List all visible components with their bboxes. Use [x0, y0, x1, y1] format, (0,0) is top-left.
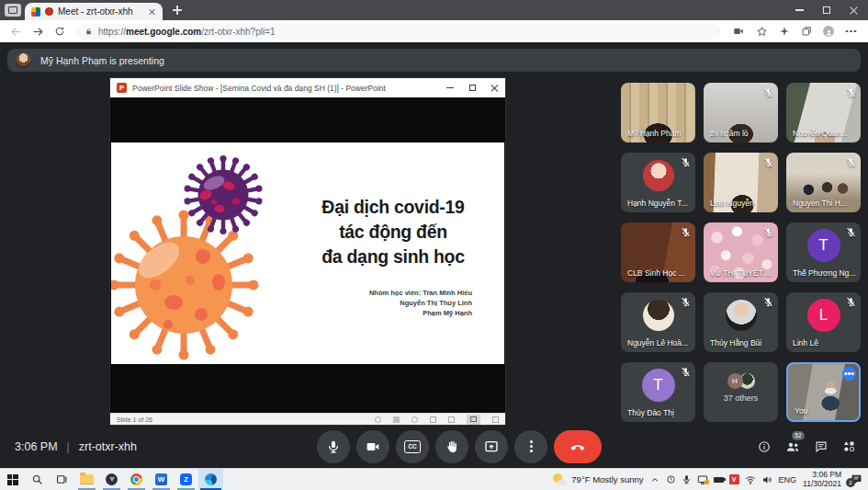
chat-icon[interactable] [815, 440, 828, 453]
participant-name: You [795, 406, 854, 416]
people-panel-button[interactable]: 52 [785, 439, 800, 454]
participant-tile[interactable]: L Linh Lê [786, 292, 861, 352]
clock-app-icon[interactable] [666, 474, 676, 484]
slideshow-next-icon[interactable] [411, 416, 418, 423]
participant-tile[interactable]: Nguyen Thi H... [786, 153, 861, 212]
taskbar-search-button[interactable] [25, 469, 50, 490]
close-icon [490, 84, 499, 92]
notification-count-badge: 2 [846, 478, 855, 487]
participant-tile[interactable]: T Thùy Đào Thị [621, 362, 695, 422]
microphone-button[interactable] [317, 430, 350, 463]
new-tab-button[interactable] [173, 6, 182, 15]
window-maximize-button[interactable] [813, 0, 840, 20]
camera-in-use-icon[interactable] [732, 26, 745, 37]
favorites-star-icon[interactable] [756, 26, 768, 38]
edge-button[interactable] [198, 469, 223, 490]
slideshow-pen-icon[interactable] [393, 416, 400, 423]
participant-tile[interactable]: Linh Nguyễn [704, 153, 778, 212]
presenting-display-icon[interactable] [697, 474, 708, 485]
weather-icon [553, 473, 567, 485]
slideshow-prev-icon[interactable] [375, 416, 381, 423]
participant-name: Thúy Hằng Bùi [710, 338, 773, 348]
network-icon[interactable] [745, 474, 756, 485]
participant-tile[interactable]: CLB Sinh Học ... [621, 222, 695, 282]
collections-icon[interactable] [801, 26, 812, 37]
windows-taskbar: W Z 79°F Mostly sunny V ENG 3:06 PM [0, 468, 868, 490]
tab-actions-button[interactable] [5, 4, 21, 17]
mic-off-icon [763, 297, 773, 307]
participant-letter-avatar: T [807, 229, 840, 262]
address-bar[interactable]: https://meet.google.com/zrt-otxr-xhh?pli… [76, 24, 721, 40]
slideshow-display-icon[interactable] [492, 416, 499, 423]
more-options-button[interactable] [514, 430, 547, 463]
forward-icon[interactable] [32, 26, 44, 38]
self-view-tile[interactable]: You [786, 362, 861, 422]
activities-icon[interactable] [842, 439, 856, 453]
window-minimize-button[interactable] [785, 0, 813, 20]
volume-icon[interactable] [761, 474, 772, 485]
close-tab-icon[interactable] [149, 8, 156, 16]
participant-tile[interactable]: VŨ THỊ TUYẾT ... [704, 222, 778, 282]
slide-number-status: Slide 1 of 26 [117, 416, 152, 423]
leave-call-button[interactable] [554, 430, 602, 463]
browser-tab-strip: Meet - zrt-otxr-xhh [0, 0, 868, 20]
task-view-button[interactable] [50, 469, 74, 490]
people-icon [785, 439, 800, 454]
participant-tile[interactable]: Nguyễn Lê Hoà... [621, 292, 695, 352]
participant-tile[interactable]: thị ngâm lò [704, 83, 778, 142]
participant-name: CLB Sinh Học ... [627, 268, 691, 278]
meeting-details-icon[interactable] [758, 440, 771, 453]
mic-in-use-icon[interactable] [682, 474, 692, 484]
participant-letter-avatar: T [642, 369, 675, 402]
present-button[interactable] [475, 430, 508, 463]
folder-icon [80, 474, 94, 484]
chrome-button[interactable] [124, 469, 149, 490]
participant-tile[interactable]: T Thế Phương Ng... [786, 222, 861, 282]
participant-tile[interactable]: Thúy Hằng Bùi [704, 292, 778, 352]
slideshow-view-icon[interactable] [467, 415, 480, 425]
browser-essentials-icon[interactable] [779, 26, 790, 37]
battery-icon[interactable] [714, 477, 724, 483]
tile-options-button[interactable] [842, 367, 856, 381]
window-close-button[interactable] [840, 0, 868, 20]
slideshow-notes-icon[interactable] [430, 416, 436, 423]
screen: Meet - zrt-otxr-xhh https://meet.google.… [0, 0, 868, 490]
slideshow-grid-icon[interactable] [448, 416, 455, 423]
profile-avatar[interactable] [823, 26, 834, 37]
raise-hand-button[interactable] [435, 430, 468, 463]
participant-tile[interactable]: Hạnh Nguyễn T... [621, 153, 695, 212]
ppt-minimize-button[interactable] [439, 78, 461, 97]
participant-name: VŨ THỊ TUYẾT ... [710, 268, 773, 278]
browser-tab[interactable]: Meet - zrt-otxr-xhh [25, 3, 163, 20]
participant-tile[interactable]: Nguyễn Quan... [786, 83, 861, 142]
participant-tile[interactable]: Mỹ Hạnh Phạm [621, 83, 695, 142]
file-explorer-button[interactable] [74, 469, 99, 490]
word-button[interactable]: W [149, 469, 174, 490]
participant-name: Thế Phương Ng... [793, 268, 856, 278]
refresh-icon[interactable] [54, 26, 65, 37]
zalo-button[interactable]: Z [174, 469, 198, 490]
participant-name: Thùy Đào Thị [627, 408, 691, 417]
ppt-maximize-button[interactable] [461, 78, 483, 97]
notification-center-button[interactable]: 2 [851, 473, 862, 485]
slideshow-stage: Đại dịch covid-19 tác động đến đa dạng s… [110, 97, 505, 413]
participant-name: Nguyễn Lê Hoà... [627, 338, 691, 348]
idm-button[interactable] [99, 469, 124, 490]
maximize-icon [823, 6, 830, 14]
slide: Đại dịch covid-19 tác động đến đa dạng s… [111, 142, 504, 364]
mini-letter-avatar: H [727, 373, 743, 389]
weather-widget[interactable]: 79°F Mostly sunny [553, 473, 643, 485]
language-indicator[interactable]: ENG [779, 475, 797, 484]
start-button[interactable] [0, 469, 25, 490]
captions-button[interactable]: CC [396, 430, 429, 463]
hidden-icons-chevron-icon[interactable] [650, 475, 659, 484]
ppt-close-button[interactable] [483, 78, 505, 97]
camera-button[interactable] [356, 430, 389, 463]
mic-off-icon [846, 87, 856, 97]
taskbar-apps: W Z [0, 469, 223, 490]
browser-menu-icon[interactable] [850, 30, 852, 33]
back-icon[interactable] [10, 26, 22, 38]
overflow-participants-tile[interactable]: H 37 others [704, 362, 778, 422]
unikey-icon[interactable]: V [729, 474, 739, 484]
taskbar-clock[interactable]: 3:06 PM 11/30/2021 [803, 471, 841, 488]
